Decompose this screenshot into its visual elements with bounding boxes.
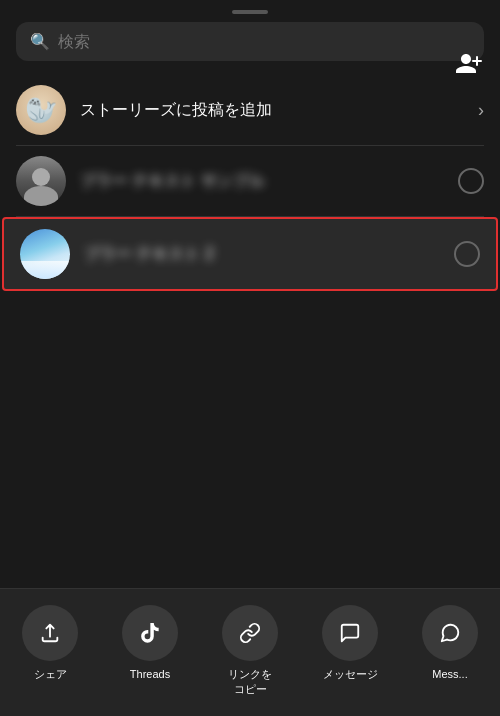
- person2-info: ブラー テキスト 2: [84, 244, 440, 265]
- action-link[interactable]: リンクを コピー: [215, 605, 285, 696]
- person2-avatar: [20, 229, 70, 279]
- link-icon-circle: [222, 605, 278, 661]
- person1-name: ブラー テキスト サンプル: [80, 171, 444, 192]
- person2-select[interactable]: [454, 241, 480, 267]
- threads-label: Threads: [130, 667, 170, 681]
- search-bar[interactable]: 🔍: [16, 22, 484, 61]
- story-avatar: 🦭: [16, 85, 66, 135]
- story-add-item[interactable]: 🦭 ストーリーズに投稿を追加 ›: [0, 75, 500, 145]
- story-add-label: ストーリーズに投稿を追加: [80, 100, 464, 121]
- person1-select[interactable]: [458, 168, 484, 194]
- search-icon: 🔍: [30, 32, 50, 51]
- main-content: 🦭 ストーリーズに投稿を追加 › ブラー テキスト サンプル ブラー テキスト …: [0, 75, 500, 291]
- mess2-label: Mess...: [432, 667, 467, 681]
- person1-item[interactable]: ブラー テキスト サンプル: [0, 146, 500, 216]
- mess2-icon-circle: [422, 605, 478, 661]
- share-label: シェア: [34, 667, 67, 681]
- person1-info: ブラー テキスト サンプル: [80, 171, 444, 192]
- chevron-right-icon: ›: [478, 100, 484, 121]
- action-mess2[interactable]: Mess...: [415, 605, 485, 681]
- person2-name: ブラー テキスト 2: [84, 244, 440, 265]
- message-icon-circle: [322, 605, 378, 661]
- person1-avatar: [16, 156, 66, 206]
- person2-item[interactable]: ブラー テキスト 2: [2, 217, 498, 291]
- link-label: リンクを コピー: [228, 667, 272, 696]
- action-share[interactable]: シェア: [15, 605, 85, 681]
- bottom-actions: シェア Threads リンクを コピー: [0, 605, 500, 696]
- story-add-text: ストーリーズに投稿を追加: [80, 100, 464, 121]
- search-input[interactable]: [58, 33, 470, 51]
- action-message[interactable]: メッセージ: [315, 605, 385, 681]
- bottom-bar: シェア Threads リンクを コピー: [0, 588, 500, 716]
- message-label: メッセージ: [323, 667, 378, 681]
- action-threads[interactable]: Threads: [115, 605, 185, 681]
- drag-handle: [232, 10, 268, 14]
- threads-icon-circle: [122, 605, 178, 661]
- share-icon-circle: [22, 605, 78, 661]
- add-friend-icon[interactable]: [456, 52, 482, 79]
